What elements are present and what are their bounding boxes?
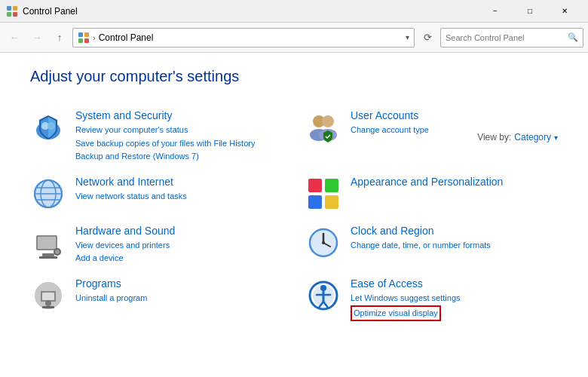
- network-internet-info: Network and Internet View network status…: [75, 176, 283, 204]
- app-icon: [6, 5, 18, 17]
- search-box[interactable]: 🔍: [440, 28, 583, 48]
- category-clock-region: Clock and Region Change date, time, or n…: [305, 219, 558, 271]
- appearance-icon: [305, 176, 341, 212]
- window-title: Control Panel: [23, 6, 478, 17]
- system-security-title[interactable]: System and Security: [75, 109, 283, 121]
- network-internet-title[interactable]: Network and Internet: [75, 176, 283, 188]
- ease-of-access-info: Ease of Access Let Windows suggest setti…: [351, 277, 558, 321]
- address-path[interactable]: › Control Panel ▾: [72, 28, 415, 48]
- user-accounts-title[interactable]: User Accounts: [351, 109, 558, 121]
- clock-region-link-1[interactable]: Change date, time, or number formats: [351, 239, 558, 253]
- svg-rect-24: [308, 195, 322, 209]
- svg-rect-1: [13, 6, 17, 11]
- svg-rect-22: [308, 179, 322, 192]
- svg-point-29: [55, 250, 60, 254]
- hardware-sound-link-2[interactable]: Add a device: [75, 252, 283, 265]
- hardware-sound-icon: [30, 225, 66, 261]
- hardware-sound-title[interactable]: Hardware and Sound: [75, 225, 283, 237]
- category-system-security: System and Security Review your computer…: [30, 103, 283, 170]
- system-security-icon: [30, 109, 66, 146]
- svg-rect-30: [42, 253, 54, 256]
- system-security-link-3[interactable]: Backup and Restore (Windows 7): [75, 150, 283, 164]
- title-bar: Control Panel − □ ✕: [0, 0, 588, 23]
- svg-point-39: [45, 300, 51, 306]
- view-by-arrow[interactable]: ▾: [554, 133, 558, 142]
- clock-region-info: Clock and Region Change date, time, or n…: [351, 225, 558, 253]
- svg-rect-40: [42, 306, 54, 308]
- minimize-button[interactable]: −: [478, 0, 513, 23]
- network-internet-icon: [30, 176, 66, 212]
- svg-rect-25: [325, 195, 338, 209]
- view-by-value[interactable]: Category: [514, 132, 551, 143]
- svg-rect-0: [7, 6, 11, 11]
- refresh-button[interactable]: ⟳: [418, 28, 437, 48]
- address-bar: ← → ↑ › Control Panel ▾ ⟳ 🔍: [0, 23, 588, 53]
- svg-rect-41: [42, 293, 54, 300]
- up-button[interactable]: ↑: [50, 28, 69, 48]
- ease-of-access-link-1[interactable]: Let Windows suggest settings: [351, 292, 558, 305]
- ease-of-access-title[interactable]: Ease of Access: [351, 277, 558, 290]
- svg-rect-31: [39, 256, 57, 259]
- system-security-link-2[interactable]: Save backup copies of your files with Fi…: [75, 137, 283, 151]
- search-input[interactable]: [446, 33, 565, 42]
- main-content: Adjust your computer's settings System a…: [0, 53, 588, 377]
- svg-rect-23: [325, 179, 338, 192]
- appearance-title[interactable]: Appearance and Personalization: [351, 176, 558, 188]
- window-controls: − □ ✕: [478, 0, 582, 23]
- back-button[interactable]: ←: [5, 28, 24, 48]
- hardware-sound-link-1[interactable]: View devices and printers: [75, 239, 283, 253]
- category-appearance: Appearance and Personalization: [305, 170, 558, 219]
- system-security-info: System and Security Review your computer…: [75, 109, 283, 164]
- programs-icon: [30, 277, 66, 314]
- svg-point-13: [322, 115, 334, 127]
- ease-of-access-link-2[interactable]: Optimize visual display: [351, 305, 441, 322]
- close-button[interactable]: ✕: [547, 0, 582, 23]
- forward-button[interactable]: →: [27, 28, 47, 48]
- page-heading: Adjust your computer's settings: [30, 68, 558, 85]
- programs-info: Programs Uninstall a program: [75, 277, 283, 305]
- svg-rect-3: [13, 12, 17, 17]
- search-icon: 🔍: [568, 32, 578, 42]
- view-by: View by: Category ▾: [477, 132, 558, 143]
- svg-rect-2: [7, 12, 11, 17]
- hardware-sound-info: Hardware and Sound View devices and prin…: [75, 225, 283, 265]
- svg-rect-4: [78, 32, 83, 37]
- clock-region-icon: [305, 225, 341, 261]
- path-dropdown-arrow[interactable]: ▾: [406, 33, 409, 41]
- view-by-label: View by:: [477, 132, 511, 143]
- path-separator: ›: [93, 33, 96, 42]
- category-programs: Programs Uninstall a program: [30, 271, 283, 327]
- svg-rect-27: [38, 237, 56, 249]
- svg-point-10: [47, 122, 55, 130]
- programs-title[interactable]: Programs: [75, 277, 283, 290]
- user-accounts-icon: [305, 109, 341, 146]
- category-network-internet: Network and Internet View network status…: [30, 170, 283, 219]
- appearance-info: Appearance and Personalization: [351, 176, 558, 190]
- svg-rect-7: [84, 38, 89, 43]
- network-internet-link-1[interactable]: View network status and tasks: [75, 190, 283, 204]
- system-security-link-1[interactable]: Review your computer's status: [75, 124, 283, 137]
- category-hardware-sound: Hardware and Sound View devices and prin…: [30, 219, 283, 271]
- svg-rect-6: [78, 38, 83, 43]
- programs-link-1[interactable]: Uninstall a program: [75, 292, 283, 305]
- category-ease-of-access: Ease of Access Let Windows suggest setti…: [305, 271, 558, 327]
- path-cp-icon: [78, 32, 90, 44]
- maximize-button[interactable]: □: [513, 0, 547, 23]
- clock-region-title[interactable]: Clock and Region: [351, 225, 558, 237]
- svg-rect-5: [84, 32, 89, 37]
- path-text: Control Panel: [99, 32, 154, 43]
- ease-of-access-icon: [305, 277, 341, 314]
